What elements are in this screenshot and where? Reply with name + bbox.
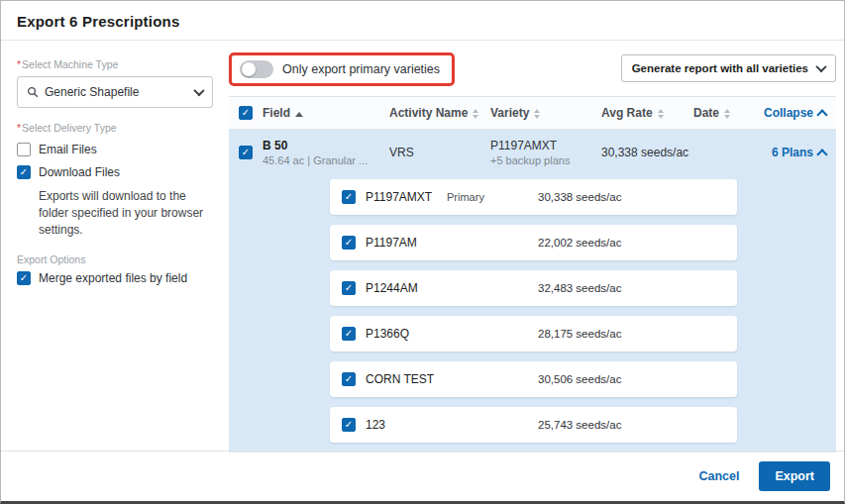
- download-files-label: Download Files: [39, 165, 120, 179]
- plan-checkbox[interactable]: [342, 418, 356, 432]
- report-dropdown-label: Generate report with all varieties: [632, 62, 808, 74]
- header-avg-rate-label: Avg Rate: [601, 106, 653, 120]
- plan-row: P1366Q 28,175 seeds/ac: [330, 316, 737, 352]
- page-title: Export 6 Prescriptions: [17, 13, 828, 30]
- machine-type-select[interactable]: Generic Shapefile: [17, 76, 213, 108]
- machine-type-label-text: Select Machine Type: [22, 58, 118, 70]
- header-avg-rate[interactable]: Avg Rate: [601, 106, 693, 120]
- collapse-button[interactable]: Collapse: [764, 106, 826, 120]
- report-dropdown[interactable]: Generate report with all varieties: [621, 54, 836, 82]
- download-files-row: Download Files: [17, 165, 213, 179]
- field-subtext: 45.64 ac | Granular ...: [263, 154, 389, 166]
- header-field[interactable]: Field: [263, 106, 389, 120]
- sidebar: *Select Machine Type Generic Shapefile *…: [17, 50, 213, 451]
- plan-name: 123: [366, 418, 447, 432]
- header-activity-name[interactable]: Activity Name: [389, 106, 490, 120]
- chevron-down-icon: [815, 61, 826, 72]
- cancel-button[interactable]: Cancel: [698, 469, 739, 483]
- plan-name: P1197AMXT: [366, 190, 447, 204]
- merge-files-checkbox[interactable]: [17, 271, 31, 285]
- header-activity-label: Activity Name: [389, 106, 468, 120]
- merge-files-label: Merge exported files by field: [39, 271, 187, 285]
- plan-row: CORN TEST 30,506 seeds/ac: [330, 361, 737, 397]
- email-files-label: Email Files: [39, 143, 97, 156]
- plan-name: P1197AM: [366, 236, 447, 250]
- export-dialog: Export 6 Prescriptions *Select Machine T…: [0, 0, 845, 504]
- select-all-checkbox[interactable]: [239, 106, 253, 120]
- plan-row: P1244AM 32,483 seeds/ac: [330, 270, 737, 306]
- annotation-box: Only export primary varieties: [229, 52, 455, 86]
- plan-checkbox[interactable]: [342, 236, 356, 250]
- plan-rate: 22,002 seeds/ac: [538, 237, 621, 249]
- header-date[interactable]: Date: [693, 106, 753, 120]
- main-panel: Only export primary varieties Generate r…: [229, 50, 836, 451]
- plan-rate: 30,338 seeds/ac: [538, 191, 621, 203]
- required-asterisk: *: [17, 122, 21, 134]
- plan-checkbox[interactable]: [342, 327, 356, 341]
- plans-area: P1197AMXT Primary 30,338 seeds/ac P1197A…: [229, 175, 836, 453]
- primary-varieties-toggle[interactable]: [240, 60, 273, 78]
- machine-type-value: Generic Shapefile: [45, 85, 189, 99]
- sort-icon: [473, 109, 478, 119]
- merge-files-row: Merge exported files by field: [17, 271, 213, 285]
- email-files-row: Email Files: [17, 143, 213, 156]
- plan-name: P1366Q: [366, 327, 447, 341]
- chevron-up-icon: [816, 109, 827, 120]
- table-header-row: Field Activity Name Variety Avg Rate Dat…: [229, 96, 836, 130]
- field-name: B 50: [263, 139, 389, 152]
- delivery-type-label-text: Select Delivery Type: [22, 122, 117, 134]
- download-files-checkbox[interactable]: [17, 165, 31, 179]
- plan-rate: 32,483 seeds/ac: [538, 282, 621, 294]
- primary-varieties-label: Only export primary varieties: [282, 62, 440, 76]
- machine-type-label: *Select Machine Type: [17, 58, 213, 70]
- plan-checkbox[interactable]: [342, 372, 356, 386]
- export-options-label: Export Options: [17, 253, 213, 265]
- plan-rate: 25,743 seeds/ac: [538, 419, 621, 431]
- header-date-label: Date: [693, 106, 719, 120]
- chevron-down-icon: [193, 85, 204, 96]
- activity-name: VRS: [389, 146, 490, 159]
- toggle-knob: [242, 62, 256, 76]
- export-button[interactable]: Export: [759, 461, 830, 491]
- header-variety[interactable]: Variety: [490, 106, 601, 120]
- field-row: B 50 45.64 ac | Granular ... VRS P1197AM…: [229, 130, 836, 175]
- avg-rate: 30,338 seeds/ac: [601, 146, 693, 159]
- plan-row: 123 25,743 seeds/ac: [330, 407, 737, 443]
- plan-row: P1197AM 22,002 seeds/ac: [330, 225, 737, 260]
- dialog-body: *Select Machine Type Generic Shapefile *…: [1, 41, 844, 451]
- header-variety-label: Variety: [490, 106, 529, 120]
- chevron-up-icon: [816, 149, 827, 159]
- plan-rate: 30,506 seeds/ac: [538, 373, 621, 385]
- plan-checkbox[interactable]: [342, 190, 356, 204]
- plans-toggle[interactable]: 6 Plans: [772, 146, 826, 159]
- plan-name: CORN TEST: [366, 372, 447, 386]
- plans-toggle-label: 6 Plans: [772, 146, 813, 159]
- download-note: Exports will download to the folder spec…: [39, 188, 205, 238]
- plan-name: P1244AM: [366, 281, 447, 295]
- dialog-footer: Cancel Export: [1, 451, 844, 501]
- search-icon: [27, 86, 39, 98]
- prescriptions-table: Field Activity Name Variety Avg Rate Dat…: [229, 96, 836, 453]
- toolbar: Only export primary varieties Generate r…: [229, 52, 836, 86]
- variety-name: P1197AMXT: [490, 139, 601, 152]
- sort-icon: [534, 109, 540, 119]
- sort-icon: [724, 109, 730, 119]
- plan-checkbox[interactable]: [342, 281, 356, 295]
- required-asterisk: *: [17, 58, 21, 70]
- collapse-label: Collapse: [764, 106, 813, 120]
- plan-tag: Primary: [447, 191, 538, 203]
- plan-rate: 28,175 seeds/ac: [538, 328, 621, 340]
- header-field-label: Field: [263, 106, 290, 120]
- variety-subtext: +5 backup plans: [490, 154, 601, 166]
- plan-row: P1197AMXT Primary 30,338 seeds/ac: [330, 179, 737, 215]
- sort-ascending-icon: [295, 112, 303, 117]
- dialog-header: Export 6 Prescriptions: [1, 1, 844, 41]
- email-files-checkbox[interactable]: [17, 143, 31, 156]
- sort-icon: [658, 109, 664, 119]
- row-checkbox[interactable]: [239, 146, 253, 159]
- delivery-type-label: *Select Delivery Type: [17, 122, 213, 134]
